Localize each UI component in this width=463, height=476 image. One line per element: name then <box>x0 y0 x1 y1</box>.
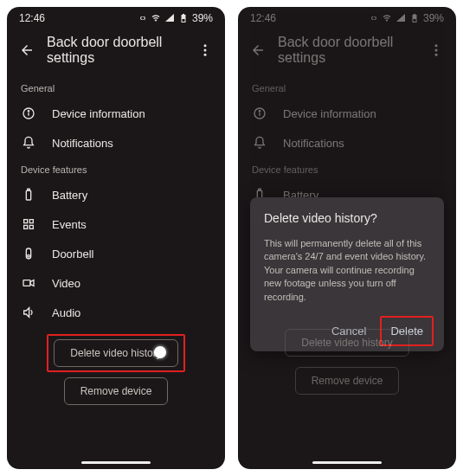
screenshot-left: 12:46 39% Back door doorbell settings Ge… <box>7 7 225 469</box>
section-general: General <box>238 76 456 99</box>
cursor-icon <box>154 346 166 358</box>
link-icon <box>137 13 147 23</box>
video-icon <box>22 276 35 290</box>
events-icon <box>22 217 35 231</box>
svg-point-15 <box>28 111 29 112</box>
item-events[interactable]: Events <box>7 209 225 239</box>
svg-point-10 <box>204 44 207 47</box>
more-icon <box>428 42 444 58</box>
dialog-title: Delete video history? <box>264 211 430 225</box>
info-icon <box>253 106 267 120</box>
doorbell-icon <box>22 247 35 261</box>
item-label: Events <box>52 218 87 231</box>
svg-point-32 <box>435 49 438 52</box>
back-icon <box>250 42 266 58</box>
screenshot-right: 12:46 39% Back door doorbell settings Ge… <box>238 7 456 469</box>
remove-device-button: Remove device <box>295 367 400 395</box>
signal-icon <box>395 13 406 23</box>
audio-icon <box>22 306 35 319</box>
status-time: 12:46 <box>19 12 45 24</box>
svg-point-12 <box>204 54 207 56</box>
status-bar: 12:46 39% <box>7 7 225 26</box>
status-time: 12:46 <box>250 12 276 24</box>
more-icon[interactable] <box>197 42 213 58</box>
signal-icon <box>164 13 175 23</box>
page-title: Back door doorbell settings <box>278 35 416 66</box>
battery-icon <box>178 13 189 23</box>
bell-icon <box>22 136 35 150</box>
back-icon[interactable] <box>19 42 35 58</box>
nav-handle[interactable] <box>81 461 151 464</box>
item-notifications: Notifications <box>238 128 456 158</box>
item-notifications[interactable]: Notifications <box>7 128 225 158</box>
remove-device-button[interactable]: Remove device <box>64 377 169 405</box>
item-audio[interactable]: Audio <box>7 298 225 327</box>
svg-point-36 <box>259 111 260 112</box>
svg-rect-20 <box>23 280 30 286</box>
battery-pct: 39% <box>423 12 444 24</box>
section-features: Device features <box>7 158 225 180</box>
link-icon <box>368 13 378 23</box>
svg-rect-16 <box>26 190 30 200</box>
item-label: Notifications <box>283 137 344 150</box>
status-bar: 12:46 39% <box>238 7 456 26</box>
page-title: Back door doorbell settings <box>47 35 185 66</box>
battery-icon <box>22 188 35 202</box>
delete-video-history-button: Delete video history <box>285 329 408 357</box>
dialog-body: This will permanently delete all of this… <box>264 237 430 304</box>
item-device-info[interactable]: Device information <box>7 99 225 128</box>
app-bar: Back door doorbell settings <box>238 26 456 76</box>
wifi-icon <box>382 13 392 23</box>
item-label: Video <box>52 277 80 290</box>
section-features: Device features <box>238 158 456 180</box>
svg-point-33 <box>435 54 438 56</box>
item-device-info: Device information <box>238 99 456 128</box>
app-bar: Back door doorbell settings <box>7 26 225 76</box>
item-label: Notifications <box>52 137 113 150</box>
battery-pct: 39% <box>192 12 213 24</box>
item-battery[interactable]: Battery <box>7 180 225 209</box>
item-label: Device information <box>52 107 145 120</box>
item-video[interactable]: Video <box>7 268 225 298</box>
svg-rect-17 <box>28 189 30 190</box>
item-doorbell[interactable]: Doorbell <box>7 239 225 268</box>
svg-point-19 <box>28 254 30 257</box>
bell-icon <box>253 136 267 150</box>
svg-point-31 <box>435 44 438 47</box>
section-general: General <box>7 76 225 99</box>
nav-handle[interactable] <box>312 461 382 464</box>
item-label: Battery <box>52 189 87 202</box>
svg-rect-38 <box>259 189 261 190</box>
battery-icon <box>409 13 420 23</box>
wifi-icon <box>151 13 161 23</box>
item-label: Device information <box>283 107 376 120</box>
info-icon <box>22 106 35 120</box>
item-label: Audio <box>52 306 80 319</box>
item-label: Doorbell <box>52 248 93 261</box>
svg-point-11 <box>204 49 207 52</box>
